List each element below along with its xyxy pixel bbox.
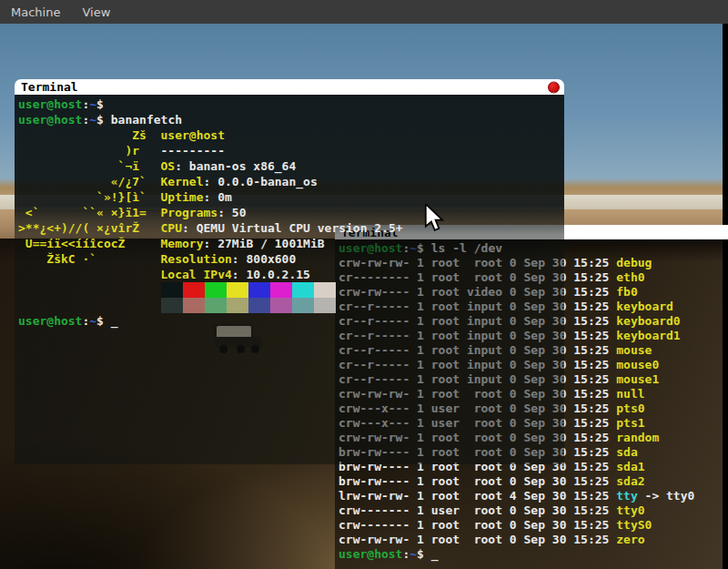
palette-swatch	[227, 298, 248, 313]
menu-view[interactable]: View	[71, 0, 121, 24]
palette-swatch	[248, 282, 270, 298]
palette-swatch	[205, 298, 227, 313]
fetch-line: )r ---------	[18, 143, 564, 158]
command-line: user@host:~$ bananfetch	[18, 112, 564, 127]
terminal1-title-bar[interactable]: Terminal	[15, 79, 564, 95]
prompt-line: user@host:~$ _	[18, 313, 564, 329]
palette-swatch	[161, 298, 183, 313]
ls-row: lrw-rw-rw- 1 root root 4 Sep 30 15:25 tt…	[339, 489, 728, 503]
desktop: Machine View Terminal user@host:~$ ls -l…	[0, 0, 728, 569]
palette-swatch	[292, 298, 314, 313]
menu-bar: Machine View	[0, 0, 728, 24]
mouse-pointer-icon	[424, 204, 446, 237]
ls-row: crw------- 1 user root 0 Sep 30 15:25 tt…	[339, 503, 728, 518]
palette-swatch	[183, 298, 205, 313]
palette-row	[18, 298, 564, 313]
fetch-line: Zš user@host	[18, 127, 564, 143]
terminal1-content[interactable]: user@host:~$user@host:~$ bananfetch Zš u…	[15, 95, 564, 464]
fetch-line: Local IPv4: 10.0.2.15	[18, 267, 564, 282]
fetch-line: «/¿7` Kernel: 0.0.0-banan_os	[18, 174, 564, 189]
close-button-icon[interactable]	[548, 81, 560, 93]
terminal1-title: Terminal	[21, 80, 78, 94]
palette-swatch	[183, 282, 205, 298]
menu-machine[interactable]: Machine	[0, 0, 71, 24]
prompt-line: user@host:~$ _	[339, 547, 728, 562]
palette-swatch	[161, 282, 183, 298]
prompt-line: user@host:~$	[18, 97, 564, 112]
palette-swatch	[292, 282, 314, 298]
palette-swatch	[270, 298, 292, 313]
ls-row: crw-rw-rw- 1 root root 0 Sep 30 15:25 ze…	[339, 533, 728, 547]
ls-row: crw------- 1 root root 0 Sep 30 15:25 tt…	[339, 518, 728, 533]
fetch-line: `¬ï OS: banan-os x86_64	[18, 158, 564, 174]
palette-swatch	[314, 298, 336, 313]
ls-row: brw-rw---- 1 root root 0 Sep 30 15:25 sd…	[339, 474, 728, 489]
palette-swatch	[227, 282, 248, 298]
fetch-line: <` ``« ×}ï1= Programs: 50	[18, 205, 564, 220]
palette-swatch	[270, 282, 292, 298]
palette-row	[18, 282, 564, 298]
palette-swatch	[248, 298, 270, 313]
terminal-window-bananfetch[interactable]: Terminal user@host:~$user@host:~$ bananf…	[15, 79, 564, 464]
fetch-line: ŽškC ·` Resolution: 800x600	[18, 251, 564, 267]
palette-swatch	[205, 282, 227, 298]
fetch-line: U==íï<<ííîcocŽ Memory: 27MiB / 1001MiB	[18, 236, 564, 251]
fetch-line: >**¿<+)//( ×¿vîrŽ CPU: QEMU Virtual CPU …	[18, 220, 564, 236]
fetch-line: `»!}[ì` Uptime: 0m	[18, 189, 564, 205]
palette-swatch	[314, 282, 336, 298]
